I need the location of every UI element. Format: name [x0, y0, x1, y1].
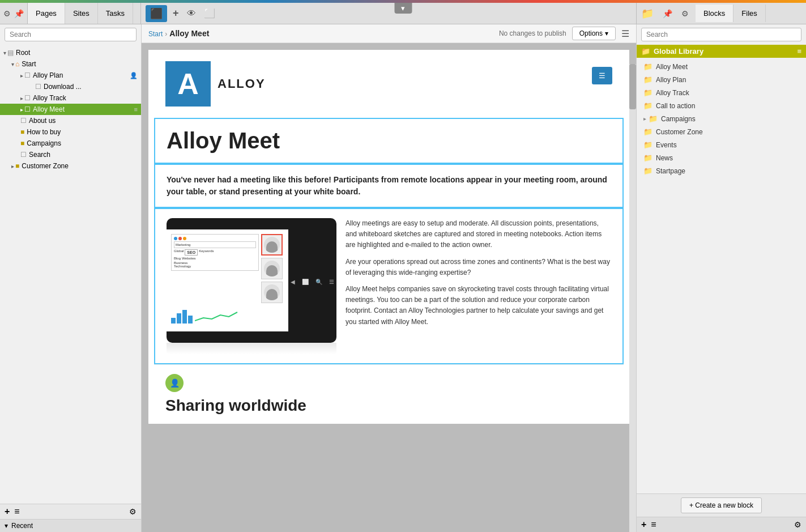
tablet-screen: Marketing Global SEO Keywords: [167, 229, 288, 331]
content-para-1: Alloy meetings are easy to setup and mod…: [346, 218, 611, 251]
search-icon: ☐: [20, 151, 27, 159]
right-gear-bottom[interactable]: ⚙: [794, 520, 801, 529]
page-content-block: Marketing Global SEO Keywords: [154, 208, 624, 364]
tree-item-about-us[interactable]: ☐ About us: [0, 115, 141, 126]
root-icon: ▤: [7, 49, 14, 57]
create-block-button[interactable]: + Create a new block: [681, 497, 762, 513]
center-content: A ALLOY ☰ Alloy Meet Y: [142, 43, 636, 532]
library-header-label: Global Library: [654, 47, 703, 56]
how-to-buy-icon: ■: [20, 128, 24, 136]
nav-toggle-btn[interactable]: ☰: [592, 67, 612, 84]
right-tree-campaigns[interactable]: ▸ 📁 Campaigns: [637, 112, 806, 125]
tab-files[interactable]: Files: [733, 5, 765, 22]
content-para-2: Are your operations spread out across ti…: [346, 257, 611, 278]
right-tree-alloy-plan[interactable]: 📁 Alloy Plan: [637, 73, 806, 86]
right-tree-customer-zone[interactable]: 📁 Customer Zone: [637, 125, 806, 138]
alloy-track-icon: ☐: [24, 94, 31, 102]
right-tree-area: 📁 Alloy Meet 📁 Alloy Plan 📁 Alloy Track …: [637, 58, 806, 493]
tab-tasks[interactable]: Tasks: [98, 3, 133, 24]
scrollbar-track[interactable]: [629, 64, 636, 532]
list-pages-btn[interactable]: ≡: [14, 507, 19, 517]
sharing-avatar: 👤: [165, 374, 184, 392]
library-folder-icon: 📁: [641, 47, 650, 56]
left-bottom-bar: + ≡ ⚙: [0, 504, 141, 519]
right-pin-icon[interactable]: 📌: [658, 7, 677, 20]
breadcrumb: Start › Alloy Meet: [148, 29, 209, 38]
right-startpage-label: Startpage: [656, 167, 685, 175]
breadcrumb-start[interactable]: Start: [148, 30, 163, 38]
alloy-plan-folder-icon: 📁: [643, 75, 653, 84]
right-add-btn[interactable]: +: [641, 520, 646, 530]
alloy-meet-folder-icon: 📁: [643, 62, 653, 71]
right-tree-startpage[interactable]: 📁 Startpage: [637, 164, 806, 177]
right-tree-events[interactable]: 📁 Events: [637, 138, 806, 151]
tree-item-start[interactable]: ▾ ⌂ Start: [0, 58, 141, 70]
preview-icon-btn[interactable]: 👁: [185, 6, 198, 21]
recent-label: Recent: [11, 522, 33, 530]
campaigns-expand-icon[interactable]: ▸: [643, 116, 646, 122]
right-tree-alloy-track[interactable]: 📁 Alloy Track: [637, 86, 806, 99]
tree-item-search[interactable]: ☐ Search: [0, 149, 141, 160]
content-row: Marketing Global SEO Keywords: [167, 218, 611, 354]
gear-icon[interactable]: ⚙: [3, 9, 11, 18]
tablet-mockup: Marketing Global SEO Keywords: [167, 218, 336, 343]
alloy-logo-box: A: [165, 61, 211, 107]
tree-item-alloy-plan[interactable]: ▸ ☐ Alloy Plan 👤: [0, 70, 141, 81]
right-search-input[interactable]: [641, 28, 801, 41]
download-label: Download ...: [44, 83, 138, 91]
library-header-actions[interactable]: ≡: [797, 47, 801, 56]
alloy-logo: A ALLOY: [165, 61, 266, 107]
right-list-btn[interactable]: ≡: [651, 520, 656, 530]
options-button[interactable]: Options ▾: [572, 27, 616, 40]
tree-item-how-to-buy[interactable]: ■ How to buy: [0, 126, 141, 138]
right-tree-call-to-action[interactable]: 📁 Call to action: [637, 99, 806, 112]
content-text: Alloy meetings are easy to setup and mod…: [346, 218, 611, 354]
scrollbar-thumb[interactable]: [629, 64, 636, 109]
sharing-section: 👤 Sharing worldwide: [154, 364, 624, 424]
about-us-label: About us: [29, 117, 138, 125]
alloy-logo-letter: A: [177, 67, 199, 101]
left-search-input[interactable]: [5, 28, 137, 41]
tree-item-customer-zone[interactable]: ▸ ■ Customer Zone: [0, 160, 141, 172]
alloy-meet-label: Alloy Meet: [33, 105, 134, 113]
tab-sites[interactable]: Sites: [65, 3, 98, 24]
right-tree-alloy-meet[interactable]: 📁 Alloy Meet: [637, 60, 806, 73]
alloy-meet-actions[interactable]: ≡: [134, 106, 138, 113]
tree-item-root[interactable]: ▾ ▤ Root: [0, 47, 141, 58]
alloy-track-label: Alloy Track: [33, 94, 138, 102]
right-alloy-plan-label: Alloy Plan: [656, 76, 686, 84]
list-icon-btn[interactable]: ☰: [621, 28, 629, 39]
toggle-center-btn[interactable]: ▾: [394, 3, 412, 14]
tree-item-alloy-track[interactable]: ▸ ☐ Alloy Track: [0, 92, 141, 104]
right-gear-icon[interactable]: ⚙: [677, 7, 693, 20]
right-news-label: News: [656, 154, 673, 162]
alloy-track-toggle[interactable]: ▸: [20, 95, 23, 101]
alloy-meet-icon: ☐: [24, 105, 31, 113]
alloy-meet-toggle[interactable]: ▸: [20, 107, 23, 113]
add-icon-btn[interactable]: +: [170, 5, 181, 22]
root-label: Root: [16, 49, 138, 57]
right-events-label: Events: [656, 141, 677, 149]
pin-icon[interactable]: 📌: [14, 9, 24, 18]
start-toggle[interactable]: ▾: [11, 61, 14, 67]
breadcrumb-current: Alloy Meet: [169, 29, 209, 38]
customer-zone-toggle[interactable]: ▸: [11, 163, 14, 169]
right-tree-news[interactable]: 📁 News: [637, 151, 806, 164]
pages-icon-btn[interactable]: ⬛: [146, 5, 167, 22]
tab-pages[interactable]: Pages: [28, 3, 65, 24]
tree-item-alloy-meet[interactable]: ▸ ☐ Alloy Meet ≡: [0, 104, 141, 115]
alloy-plan-toggle[interactable]: ▸: [20, 73, 23, 79]
add-page-btn[interactable]: +: [5, 507, 10, 517]
tree-item-campaigns[interactable]: ■ Campaigns: [0, 138, 141, 149]
screenshot-icon-btn[interactable]: ⬜: [202, 6, 218, 21]
tree-item-download[interactable]: ☐ Download ...: [0, 81, 141, 92]
sharing-title: Sharing worldwide: [165, 397, 612, 415]
settings-btn[interactable]: ⚙: [129, 507, 137, 516]
start-label: Start: [22, 60, 138, 68]
root-toggle[interactable]: ▾: [3, 50, 6, 56]
customer-zone-icon: ■: [15, 162, 19, 170]
left-search-wrap: [0, 24, 141, 45]
events-folder-icon: 📁: [643, 141, 653, 149]
tab-blocks[interactable]: Blocks: [696, 5, 733, 22]
recent-toggle[interactable]: ▾: [5, 522, 8, 530]
